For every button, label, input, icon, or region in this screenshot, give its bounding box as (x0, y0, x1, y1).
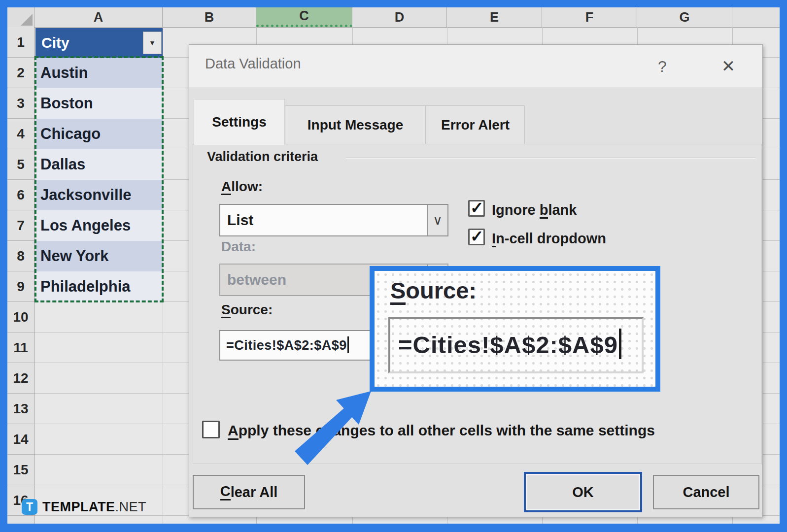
text-cursor (347, 336, 349, 353)
filter-dropdown-button[interactable]: ▼ (143, 32, 162, 54)
column-header-b[interactable]: B (163, 7, 256, 27)
row-header-13[interactable]: 13 (7, 394, 34, 424)
screenshot-frame: A B C D E F G 1 2 3 4 5 6 7 8 9 10 11 12… (0, 0, 787, 532)
allow-dropdown[interactable]: List ∨ (219, 204, 448, 236)
in-cell-rest: n-cell dropdown (496, 231, 606, 246)
dialog-title: Data Validation (205, 56, 301, 72)
column-header-row: A B C D E F G (7, 7, 780, 28)
apply-mnemonic: A (228, 423, 239, 440)
apply-label-rest: pply these changes to all other cells wi… (239, 422, 655, 438)
ignore-blank-checkbox[interactable]: ✓ (468, 200, 485, 217)
ok-button[interactable]: OK (524, 472, 642, 512)
tab-input-message[interactable]: Input Message (285, 105, 426, 144)
watermark-brand: TEMPLATE (42, 499, 115, 514)
row-header-9[interactable]: 9 (7, 271, 34, 302)
tab-error-alert[interactable]: Error Alert (426, 105, 525, 144)
column-header-f[interactable]: F (542, 7, 637, 27)
selection-marching-ants-border (34, 56, 164, 302)
callout-source-rest: ource: (406, 277, 477, 303)
callout-source-value-box: =Cities!$A$2:$A$9 (388, 317, 644, 373)
row-header-1[interactable]: 1 (7, 27, 34, 58)
watermark-text: TEMPLATE.NET (42, 499, 146, 515)
column-header-e[interactable]: E (447, 7, 542, 27)
row-header-7[interactable]: 7 (7, 210, 34, 241)
row-header-10[interactable]: 10 (7, 302, 34, 332)
close-icon[interactable]: ✕ (713, 53, 744, 79)
row-header-6[interactable]: 6 (7, 180, 34, 210)
watermark: T TEMPLATE.NET (22, 499, 146, 515)
row-header-11[interactable]: 11 (7, 332, 34, 363)
source-zoom-callout: Source: =Cities!$A$2:$A$9 (370, 266, 660, 392)
row-header-8[interactable]: 8 (7, 241, 34, 271)
row-header-column: 1 2 3 4 5 6 7 8 9 10 11 12 13 14 15 16 (7, 27, 34, 524)
source-value: =Cities!$A$2:$A$9 (226, 338, 347, 353)
row-header-14[interactable]: 14 (7, 424, 34, 455)
clear-all-mnemonic: C (220, 484, 231, 500)
row-header-2[interactable]: 2 (7, 58, 34, 88)
help-icon[interactable]: ? (648, 54, 677, 79)
ignore-blank-rest: lank (548, 202, 577, 218)
chevron-down-icon[interactable]: ∨ (427, 205, 447, 235)
template-net-logo-icon: T (22, 499, 37, 515)
source-mnemonic: S (221, 302, 231, 318)
tab-settings[interactable]: Settings (194, 99, 285, 145)
apply-changes-checkbox[interactable] (202, 421, 220, 438)
source-label: Source: (221, 302, 273, 318)
clear-all-rest: lear All (231, 484, 278, 500)
cancel-label: Cancel (683, 484, 729, 500)
watermark-tld: .NET (115, 499, 147, 514)
data-label: Data: (221, 239, 256, 255)
row-header-12[interactable]: 12 (7, 363, 34, 394)
source-label-rest: ource: (231, 302, 273, 317)
select-all-triangle-icon (21, 14, 33, 26)
groupbox-line (346, 158, 755, 159)
check-icon: ✓ (470, 198, 484, 217)
row-header-4[interactable]: 4 (7, 119, 34, 149)
column-header-a[interactable]: A (34, 7, 163, 27)
allow-label: Allow: (221, 179, 263, 195)
row-header-5[interactable]: 5 (7, 149, 34, 180)
column-header-g[interactable]: G (637, 7, 732, 27)
allow-label-rest: llow: (231, 179, 263, 194)
select-all-corner[interactable] (7, 7, 34, 27)
column-header-partial[interactable] (732, 7, 780, 27)
in-cell-dropdown-label[interactable]: In-cell dropdown (492, 231, 606, 247)
filter-arrow-icon: ▼ (149, 39, 156, 47)
allow-mnemonic: A (221, 179, 231, 195)
ignore-blank-label[interactable]: Ignore blank (492, 202, 577, 219)
ignore-blank-mnemonic: b (540, 202, 548, 219)
column-header-d[interactable]: D (352, 7, 447, 27)
column-header-c-selected[interactable]: C (256, 7, 352, 27)
apply-changes-label[interactable]: Apply these changes to all other cells w… (228, 422, 740, 440)
check-icon: ✓ (470, 227, 484, 246)
in-cell-mnemonic: I (492, 231, 496, 247)
cancel-button[interactable]: Cancel (653, 475, 759, 509)
row-header-3[interactable]: 3 (7, 88, 34, 119)
callout-source-label: Source: (390, 277, 477, 305)
clear-all-button[interactable]: Clear All (193, 475, 305, 509)
callout-source-value: =Cities!$A$2:$A$9 (398, 332, 618, 358)
allow-value: List (227, 212, 253, 228)
row-header-15[interactable]: 15 (7, 455, 34, 485)
in-cell-dropdown-checkbox[interactable]: ✓ (468, 229, 485, 245)
text-cursor (619, 329, 621, 359)
callout-source-mnemonic: S (390, 278, 406, 305)
ok-label: OK (572, 484, 594, 500)
ignore-blank-pre: Ignore (492, 202, 540, 218)
validation-criteria-group-label: Validation criteria (207, 149, 318, 165)
data-value: between (227, 271, 286, 288)
